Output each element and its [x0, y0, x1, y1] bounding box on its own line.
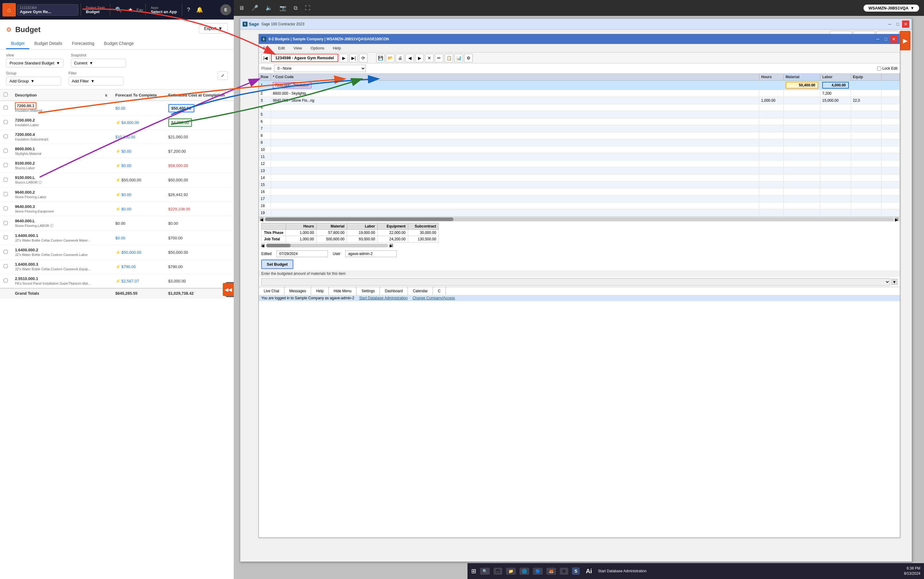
material-1[interactable]: 50,400.00 [784, 81, 821, 90]
tab-forecasting[interactable]: Forecasting [67, 38, 99, 49]
set-budget-button[interactable]: Set Budget [261, 260, 293, 269]
minimize-button[interactable]: ─ [886, 20, 893, 28]
inner-minimize-button[interactable]: ─ [874, 36, 881, 43]
change-company-link[interactable]: Change Company/Access [413, 296, 455, 300]
export-button[interactable]: Export ▼ [199, 23, 228, 34]
search-icon[interactable]: 🔍 [113, 4, 125, 16]
toolbar-open[interactable]: 📂 [386, 54, 395, 62]
windows-start-button[interactable]: ⊞ [471, 568, 476, 575]
duplicate-icon[interactable]: ⧉ [294, 5, 298, 11]
settings-tab[interactable]: Settings [357, 287, 380, 295]
job-field[interactable]: 1234598 - Agave Gym Remodel [271, 54, 338, 62]
toolbar-play[interactable]: ▶ [339, 54, 348, 62]
scroll-right-btn[interactable]: ▶ [895, 218, 899, 221]
toolbar-misc4[interactable]: ⚙ [464, 54, 473, 62]
phase-select[interactable]: 0 - None [274, 65, 366, 72]
messages-tab[interactable]: Messages [285, 287, 311, 295]
row-checkbox[interactable] [4, 236, 8, 239]
taskbar-task-view[interactable]: 🗔 [493, 568, 502, 575]
dashboard-tab[interactable]: Dashboard [380, 287, 408, 295]
group-select[interactable]: Add Group ▼ [6, 77, 61, 85]
start-database-label[interactable]: Start Database Administration [598, 569, 647, 573]
row-checkbox[interactable] [4, 250, 8, 254]
help-icon[interactable]: ? [185, 4, 193, 16]
row-checkbox[interactable] [4, 163, 8, 167]
maximize-button[interactable]: □ [894, 20, 901, 28]
expand-button[interactable]: ⤢ [218, 71, 228, 80]
inner-maximize-button[interactable]: □ [882, 36, 890, 43]
horizontal-scrollbar[interactable]: ◀ ▶ [259, 216, 900, 222]
toolbar-refresh[interactable]: ⟳ [359, 54, 368, 62]
tab-budget-change[interactable]: Budget Change [99, 38, 139, 49]
row-checkbox[interactable] [4, 120, 8, 124]
hours-2[interactable] [759, 90, 784, 97]
row-checkbox[interactable] [4, 192, 8, 196]
taskbar-settings[interactable]: ⚙ [560, 568, 568, 575]
material-2[interactable] [784, 90, 821, 97]
menu-options[interactable]: Options [309, 45, 326, 51]
speaker-icon[interactable]: 🔈 [265, 5, 272, 11]
select-all-checkbox[interactable] [4, 93, 8, 96]
taskbar-browser[interactable]: 🌐 [519, 568, 529, 575]
inner-close-button[interactable]: ✕ [890, 36, 898, 43]
taskbar-file-explorer[interactable]: 📁 [506, 568, 516, 575]
user-field[interactable] [345, 250, 396, 257]
row-checkbox[interactable] [4, 264, 8, 268]
edited-date-field[interactable] [277, 250, 328, 257]
user-avatar[interactable]: E [220, 4, 231, 15]
fullscreen-icon[interactable]: ⛶ [305, 5, 310, 11]
project-selector[interactable]: 111222364 Agave Gym Re... [17, 4, 78, 16]
taskbar-app-blue[interactable]: 🔵 [533, 568, 543, 575]
row-checkbox[interactable] [4, 221, 8, 225]
scrollbar-track[interactable] [265, 218, 894, 221]
equip-2[interactable] [851, 90, 881, 97]
filter-select[interactable]: Add Filter ▼ [69, 77, 123, 85]
scroll-right-btn-2[interactable]: ▶ [390, 244, 393, 247]
taskbar-firefox[interactable]: 🦊 [546, 568, 556, 575]
row-checkbox[interactable] [4, 134, 8, 138]
menu-file[interactable]: File [261, 45, 271, 51]
cost-code-1[interactable]: 7200.000 - Insulation [271, 81, 759, 90]
camera-icon[interactable]: 📷 [280, 5, 286, 11]
scrollbar-track-2[interactable] [266, 244, 388, 247]
tab-budget-details[interactable]: Budget Details [29, 38, 67, 49]
scroll-left-btn-2[interactable]: ◀ [261, 244, 265, 247]
monitor-icon[interactable]: 🖥 [239, 5, 244, 11]
summary-scrollbar[interactable]: ◀ ▶ [261, 243, 898, 248]
apps-selector[interactable]: Apps Select an App [148, 5, 179, 15]
snapshot-select[interactable]: Current ▼ [71, 59, 126, 67]
toolbar-nav-end[interactable]: ▶| [349, 54, 358, 62]
menu-view[interactable]: View [292, 45, 304, 51]
dropdown-expand-btn[interactable]: ▼ [891, 279, 898, 285]
toolbar-back[interactable]: ◀ [405, 54, 414, 62]
taskbar-search[interactable]: 🔍 [480, 568, 490, 575]
toolbar-nav-start[interactable]: |◀ [261, 54, 270, 62]
calendar-tab[interactable]: Calendar [408, 287, 433, 295]
live-chat-tab[interactable]: Live Chat [259, 287, 285, 295]
extra-tab[interactable]: C [433, 287, 446, 295]
material-3[interactable] [784, 97, 821, 104]
next-arrow-icon[interactable]: ▶ [899, 31, 911, 51]
labor-1[interactable]: 4,000.00 [821, 81, 851, 90]
labor-2[interactable]: 7,200 [821, 90, 851, 97]
ai-badge[interactable]: Ai [586, 568, 592, 575]
budget-table-container[interactable]: Description s Forecast To Complete Estim… [0, 90, 234, 579]
toolbar-save[interactable]: 💾 [376, 54, 385, 62]
close-button[interactable]: ✕ [902, 20, 909, 28]
labor-3[interactable]: 15,000.00 [821, 97, 851, 104]
lock-edit-checkbox[interactable] [877, 67, 881, 70]
project-tools-value[interactable]: Budget [86, 10, 105, 14]
menu-help[interactable]: Help [331, 45, 343, 51]
microphone-icon[interactable]: 🎤 [251, 5, 258, 11]
help-tab-sage[interactable]: Help [311, 287, 329, 295]
row-checkbox[interactable] [4, 178, 8, 182]
toolbar-misc3[interactable]: 📊 [454, 54, 463, 62]
bell-icon[interactable]: 🔔 [194, 4, 205, 16]
hide-menu-tab[interactable]: Hide Menu [329, 287, 357, 295]
toolbar-misc2[interactable]: 📋 [445, 54, 453, 62]
collapse-panel-button[interactable]: ◀◀ [223, 283, 234, 296]
scroll-left-btn[interactable]: ◀ [260, 218, 264, 221]
row-checkbox[interactable] [4, 149, 8, 153]
cost-code-2[interactable]: 8600.000 - Skylights [271, 90, 759, 97]
hours-3[interactable]: 1,000.00 [759, 97, 784, 104]
